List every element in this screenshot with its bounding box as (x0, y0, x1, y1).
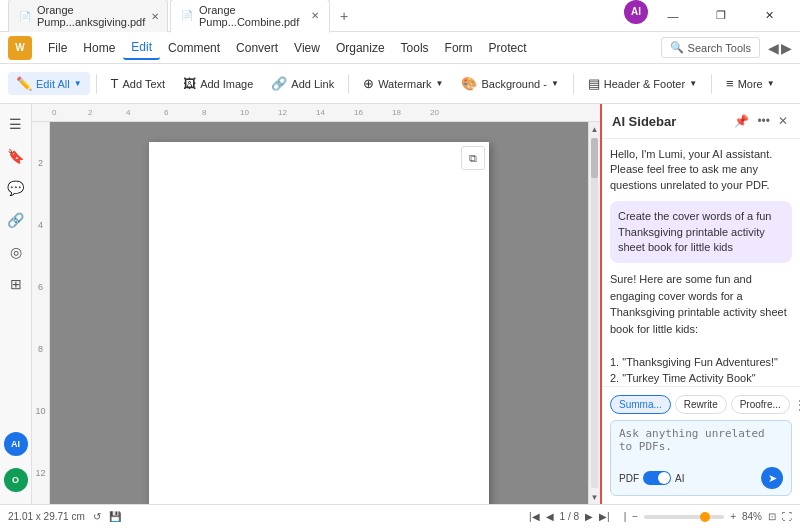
ai-sidebar-toggle[interactable]: AI (4, 432, 28, 456)
tab-2[interactable]: 📄 Orange Pump...Combine.pdf ✕ (170, 0, 330, 33)
ai-pdf-toggle: PDF AI (619, 471, 684, 485)
menu-form[interactable]: Form (437, 37, 481, 59)
ai-tab-summary[interactable]: Summa... (610, 395, 671, 414)
chevron-down-icon-4: ▼ (689, 79, 697, 88)
watermark-button[interactable]: ⊕ Watermark ▼ (355, 72, 451, 95)
signature-icon[interactable]: ◎ (4, 240, 28, 264)
more-button[interactable]: ≡ More ▼ (718, 72, 783, 95)
menu-edit[interactable]: Edit (123, 36, 160, 60)
menu-tools[interactable]: Tools (393, 37, 437, 59)
zoom-in-button[interactable]: + (730, 511, 736, 522)
separator-3 (573, 74, 574, 94)
add-text-button[interactable]: T Add Text (103, 72, 174, 95)
nav-last-button[interactable]: ▶| (599, 511, 610, 522)
fullscreen-button[interactable]: ⛶ (782, 511, 792, 522)
add-tab-button[interactable]: + (332, 4, 356, 28)
scroll-up-button[interactable]: ▲ (589, 122, 600, 136)
bookmark-icon[interactable]: 🔖 (4, 144, 28, 168)
attachment-icon[interactable]: 🔗 (4, 208, 28, 232)
header-icon: ▤ (588, 76, 600, 91)
ai-sidebar-title: AI Sidebar (612, 114, 676, 129)
page-dimensions: 21.01 x 29.71 cm (8, 511, 85, 522)
ai-greeting-text: Hello, I'm Lumi, your AI assistant. Plea… (610, 147, 792, 193)
tab-1-close[interactable]: ✕ (151, 11, 159, 22)
background-icon: 🎨 (461, 76, 477, 91)
nav-prev-button[interactable]: ◀ (546, 511, 554, 522)
chevron-down-icon: ▼ (74, 79, 82, 88)
separator-1 (96, 74, 97, 94)
link-icon: 🔗 (271, 76, 287, 91)
zoom-out-button[interactable]: − (632, 511, 638, 522)
window-controls: AI — ❐ ✕ (624, 0, 792, 32)
ai-header-buttons: 📌 ••• ✕ (732, 112, 790, 130)
ai-close-button[interactable]: ✕ (776, 112, 790, 130)
nav-first-button[interactable]: |◀ (529, 511, 540, 522)
minimize-button[interactable]: — (650, 0, 696, 32)
tab-2-close[interactable]: ✕ (311, 10, 319, 21)
copy-page-button[interactable]: ⧉ (461, 146, 485, 170)
background-button[interactable]: 🎨 Background - ▼ (453, 72, 566, 95)
zoom-level: 84% (742, 511, 762, 522)
forward-button[interactable]: ▶ (781, 40, 792, 56)
ai-pin-button[interactable]: 📌 (732, 112, 751, 130)
left-panel: ☰ 🔖 💬 🔗 ◎ ⊞ AI O (0, 104, 32, 504)
ai-input-field[interactable] (619, 427, 783, 463)
title-bar: 📄 Orange Pump...anksgiving.pdf ✕ 📄 Orang… (0, 0, 800, 32)
zoom-slider[interactable] (644, 515, 724, 519)
ai-body: Hello, I'm Lumi, your AI assistant. Plea… (602, 139, 800, 386)
fit-page-button[interactable]: ⊡ (768, 511, 776, 522)
ai-toggle-switch[interactable] (643, 471, 671, 485)
scroll-down-button[interactable]: ▼ (589, 490, 600, 504)
more-icon: ≡ (726, 76, 734, 91)
comment-icon[interactable]: 💬 (4, 176, 28, 200)
nav-icon[interactable]: ☰ (4, 112, 28, 136)
chevron-down-icon-5: ▼ (767, 79, 775, 88)
menu-organize[interactable]: Organize (328, 37, 393, 59)
menu-comment[interactable]: Comment (160, 37, 228, 59)
edit-icon: ✏️ (16, 76, 32, 91)
header-footer-button[interactable]: ▤ Header & Footer ▼ (580, 72, 705, 95)
settings-icon[interactable]: O (4, 468, 28, 492)
menu-bar: W File Home Edit Comment Convert View Or… (0, 32, 800, 64)
edit-all-button[interactable]: ✏️ Edit All ▼ (8, 72, 90, 95)
add-image-button[interactable]: 🖼 Add Image (175, 72, 261, 95)
ai-send-button[interactable]: ➤ (761, 467, 783, 489)
ai-tab-rewrite[interactable]: Rewrite (675, 395, 727, 414)
tab-1-label: Orange Pump...anksgiving.pdf (37, 4, 145, 28)
menu-convert[interactable]: Convert (228, 37, 286, 59)
menu-view[interactable]: View (286, 37, 328, 59)
menu-protect[interactable]: Protect (481, 37, 535, 59)
back-button[interactable]: ◀ (768, 40, 779, 56)
ai-pdf-label: PDF (619, 473, 639, 484)
menu-file[interactable]: File (40, 37, 75, 59)
ai-sidebar: AI Sidebar 📌 ••• ✕ Hello, I'm Lumi, your… (600, 104, 800, 504)
separator-4 (711, 74, 712, 94)
ruler-top: 0 2 4 6 8 10 12 14 16 18 20 (32, 104, 600, 122)
tab-1[interactable]: 📄 Orange Pump...anksgiving.pdf ✕ (8, 0, 168, 32)
add-link-button[interactable]: 🔗 Add Link (263, 72, 342, 95)
image-icon: 🖼 (183, 76, 196, 91)
scroll-bar-right[interactable]: ▲ ▼ (588, 122, 600, 504)
close-button[interactable]: ✕ (746, 0, 792, 32)
status-right: |◀ ◀ 1 / 8 ▶ ▶| | − + 84% ⊡ ⛶ (529, 511, 792, 522)
rotate-icon[interactable]: ↺ (93, 511, 101, 522)
maximize-button[interactable]: ❐ (698, 0, 744, 32)
save-icon[interactable]: 💾 (109, 511, 121, 522)
chevron-down-icon-3: ▼ (551, 79, 559, 88)
status-left: 21.01 x 29.71 cm ↺ 💾 (8, 511, 121, 522)
ai-tabs-more[interactable]: ⋮ (794, 398, 800, 412)
search-tools[interactable]: 🔍 Search Tools (661, 37, 760, 58)
ruler-left: 2 4 6 8 10 12 (32, 122, 50, 504)
pdf-paper: ⧉ (149, 142, 489, 504)
app-logo[interactable]: W (8, 36, 32, 60)
menu-home[interactable]: Home (75, 37, 123, 59)
ai-button[interactable]: AI (624, 0, 648, 24)
layers-icon[interactable]: ⊞ (4, 272, 28, 296)
zoom-thumb[interactable] (700, 512, 710, 522)
scroll-thumb[interactable] (591, 138, 598, 178)
tab-2-label: Orange Pump...Combine.pdf (199, 4, 305, 28)
ai-menu-button[interactable]: ••• (755, 112, 772, 130)
ai-tab-proofread[interactable]: Proofre... (731, 395, 790, 414)
nav-next-button[interactable]: ▶ (585, 511, 593, 522)
search-icon: 🔍 (670, 41, 684, 54)
